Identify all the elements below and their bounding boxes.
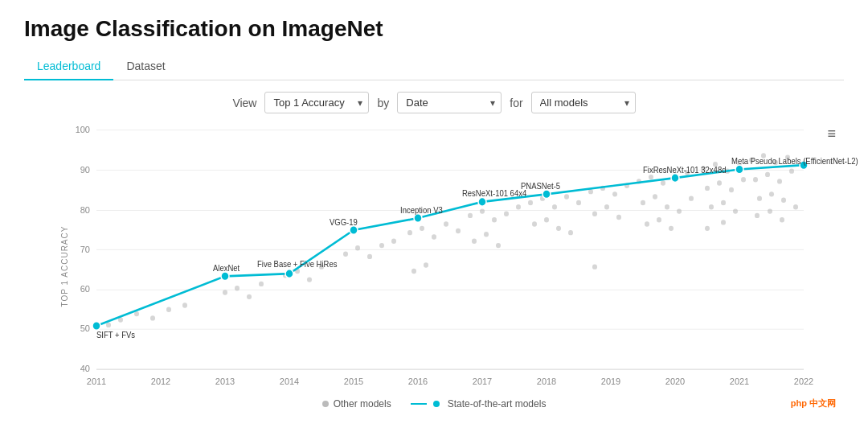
svg-point-127 xyxy=(735,165,743,174)
svg-point-33 xyxy=(223,290,227,294)
svg-text:Inception V3: Inception V3 xyxy=(400,205,443,214)
svg-point-63 xyxy=(552,204,557,209)
svg-text:50: 50 xyxy=(80,323,90,333)
tab-leaderboard[interactable]: Leaderboard xyxy=(24,53,113,80)
svg-text:SIFT + FVs: SIFT + FVs xyxy=(96,331,135,340)
svg-point-68 xyxy=(556,226,561,231)
svg-text:2014: 2014 xyxy=(280,377,299,386)
svg-point-120 xyxy=(221,272,229,281)
sota-models-legend: State-of-the-art models xyxy=(411,398,547,410)
svg-text:2020: 2020 xyxy=(665,377,685,386)
svg-point-111 xyxy=(789,168,794,173)
svg-point-80 xyxy=(661,180,665,185)
svg-text:2017: 2017 xyxy=(473,377,492,386)
svg-point-46 xyxy=(407,230,412,235)
view-select[interactable]: Top 1 Accuracy Top 5 Accuracy xyxy=(264,92,369,113)
svg-text:100: 100 xyxy=(76,125,90,134)
svg-point-32 xyxy=(182,303,187,307)
svg-point-66 xyxy=(532,221,537,226)
svg-text:Five Base + Five HiRes: Five Base + Five HiRes xyxy=(257,259,338,268)
svg-point-64 xyxy=(564,194,569,199)
svg-text:2011: 2011 xyxy=(87,377,106,386)
tab-dataset[interactable]: Dataset xyxy=(113,53,178,80)
svg-point-77 xyxy=(592,264,597,269)
svg-text:2012: 2012 xyxy=(151,377,170,386)
svg-point-27 xyxy=(106,323,111,327)
svg-point-88 xyxy=(645,221,649,226)
svg-point-45 xyxy=(391,239,396,244)
svg-text:AlexNet: AlexNet xyxy=(213,264,240,273)
svg-point-97 xyxy=(729,187,734,192)
svg-point-126 xyxy=(671,174,679,183)
chart-controls: View Top 1 Accuracy Top 5 Accuracy by Da… xyxy=(24,92,844,113)
svg-text:2013: 2013 xyxy=(215,377,235,386)
svg-point-115 xyxy=(755,213,760,218)
svg-point-86 xyxy=(677,208,682,213)
svg-point-109 xyxy=(765,172,770,177)
svg-point-34 xyxy=(235,286,240,290)
svg-point-95 xyxy=(705,186,710,191)
svg-point-108 xyxy=(753,177,758,182)
sota-line xyxy=(96,165,804,326)
tabs-bar: Leaderboard Dataset xyxy=(24,53,844,80)
svg-point-79 xyxy=(649,175,653,179)
svg-point-121 xyxy=(285,270,293,278)
svg-point-85 xyxy=(665,204,669,209)
for-select[interactable]: All models State-of-the-art xyxy=(531,92,636,113)
by-label: by xyxy=(377,97,389,109)
svg-point-76 xyxy=(616,215,621,220)
svg-point-98 xyxy=(741,177,746,182)
svg-point-89 xyxy=(657,217,661,222)
svg-point-47 xyxy=(420,226,424,231)
svg-text:2018: 2018 xyxy=(537,377,556,386)
svg-text:2022: 2022 xyxy=(794,377,813,386)
svg-point-67 xyxy=(544,217,549,222)
svg-point-72 xyxy=(612,191,617,196)
page-title: Image Classification on ImageNet xyxy=(24,16,844,42)
for-select-wrapper: All models State-of-the-art xyxy=(531,92,636,113)
svg-point-60 xyxy=(496,243,501,248)
svg-point-65 xyxy=(576,200,581,205)
svg-text:2019: 2019 xyxy=(601,377,620,386)
svg-text:90: 90 xyxy=(80,164,90,174)
svg-point-90 xyxy=(669,226,674,231)
other-models-legend: Other models xyxy=(322,398,391,410)
svg-point-74 xyxy=(592,212,597,216)
svg-text:ResNeXt-101 64x4: ResNeXt-101 64x4 xyxy=(462,189,527,198)
svg-text:80: 80 xyxy=(80,204,90,214)
svg-point-114 xyxy=(781,198,786,203)
svg-text:2015: 2015 xyxy=(344,377,363,386)
svg-text:VGG-19: VGG-19 xyxy=(330,217,358,226)
svg-point-124 xyxy=(478,198,486,207)
svg-point-61 xyxy=(528,200,533,205)
svg-text:40: 40 xyxy=(80,364,90,373)
svg-point-113 xyxy=(769,191,774,196)
svg-point-119 xyxy=(92,322,100,331)
svg-text:60: 60 xyxy=(80,284,90,294)
svg-point-101 xyxy=(733,208,738,213)
chart-container: 100 90 80 70 60 50 40 2011 2012 2013 201… xyxy=(64,121,836,395)
svg-point-110 xyxy=(777,179,782,183)
view-label: View xyxy=(232,97,256,109)
svg-text:2016: 2016 xyxy=(408,377,428,386)
svg-point-49 xyxy=(444,221,448,226)
svg-point-99 xyxy=(709,204,714,209)
svg-point-102 xyxy=(705,226,710,231)
svg-point-96 xyxy=(717,180,722,185)
svg-point-117 xyxy=(780,217,784,222)
svg-point-75 xyxy=(604,204,609,209)
svg-point-100 xyxy=(721,200,726,205)
other-models-label: Other models xyxy=(334,398,391,410)
svg-text:2021: 2021 xyxy=(730,377,749,386)
svg-point-31 xyxy=(166,307,171,312)
svg-point-103 xyxy=(721,220,726,224)
svg-point-56 xyxy=(504,212,509,216)
svg-text:Meta Pseudo Labels (EfficientN: Meta Pseudo Labels (EfficientNet-L2) xyxy=(731,157,858,166)
svg-point-39 xyxy=(307,277,312,282)
by-select-wrapper: Date Year xyxy=(397,92,502,113)
by-select[interactable]: Date Year xyxy=(397,92,502,113)
svg-point-58 xyxy=(472,239,477,244)
svg-point-48 xyxy=(432,234,436,239)
svg-point-30 xyxy=(150,315,155,320)
svg-point-51 xyxy=(411,269,416,274)
